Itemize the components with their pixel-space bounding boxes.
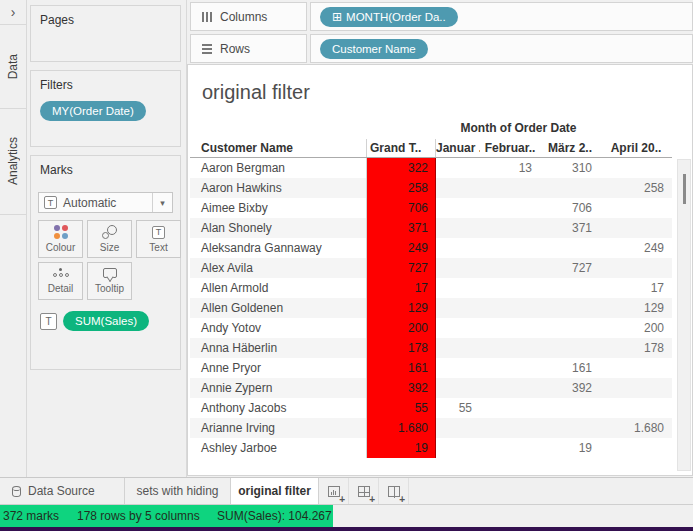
tab-original-filter[interactable]: original filter <box>231 478 319 504</box>
grand-total-cell[interactable]: 19 <box>367 438 436 458</box>
customer-name-cell[interactable]: Allen Goldenen <box>190 298 367 318</box>
sum-sales-pill[interactable]: SUM(Sales) <box>63 311 149 331</box>
grand-total-cell[interactable]: 161 <box>367 358 436 378</box>
column-header-april[interactable]: April 20.. <box>600 139 672 157</box>
vertical-scrollbar[interactable] <box>677 159 691 471</box>
april-cell[interactable] <box>600 438 672 458</box>
january-cell[interactable] <box>436 378 480 398</box>
grand-total-cell[interactable]: 17 <box>367 278 436 298</box>
grand-total-cell[interactable]: 55 <box>367 398 436 418</box>
april-cell[interactable]: 200 <box>600 318 672 338</box>
march-cell[interactable]: 392 <box>540 378 600 398</box>
detail-button[interactable]: Detail <box>38 262 83 300</box>
february-cell[interactable] <box>480 258 540 278</box>
new-story-button[interactable]: + <box>379 478 409 504</box>
grand-total-cell[interactable]: 249 <box>367 238 436 258</box>
april-cell[interactable]: 178 <box>600 338 672 358</box>
month-order-date-pill[interactable]: ⊞ MONTH(Order Da.. <box>320 7 458 27</box>
february-cell[interactable] <box>480 298 540 318</box>
april-cell[interactable]: 129 <box>600 298 672 318</box>
customer-name-cell[interactable]: Ashley Jarboe <box>190 438 367 458</box>
column-header-grand-total[interactable]: Grand T.. <box>367 139 436 157</box>
january-cell[interactable]: 55 <box>436 398 480 418</box>
april-cell[interactable]: 1.680 <box>600 418 672 438</box>
february-cell[interactable] <box>480 198 540 218</box>
scrollbar-thumb[interactable] <box>683 174 686 204</box>
february-cell[interactable] <box>480 338 540 358</box>
february-cell[interactable] <box>480 218 540 238</box>
february-cell[interactable] <box>480 238 540 258</box>
tab-sets-with-hiding[interactable]: sets with hiding <box>125 478 231 504</box>
january-cell[interactable] <box>436 318 480 338</box>
february-cell[interactable] <box>480 398 540 418</box>
customer-name-cell[interactable]: Aaron Hawkins <box>190 178 367 198</box>
february-cell[interactable] <box>480 358 540 378</box>
filters-shelf[interactable]: Filters MY(Order Date) <box>30 70 181 147</box>
grand-total-cell[interactable]: 178 <box>367 338 436 358</box>
january-cell[interactable] <box>436 338 480 358</box>
customer-name-cell[interactable]: Arianne Irving <box>190 418 367 438</box>
customer-name-cell[interactable]: Aimee Bixby <box>190 198 367 218</box>
january-cell[interactable] <box>436 218 480 238</box>
january-cell[interactable] <box>436 198 480 218</box>
column-header-customer-name[interactable]: Customer Name <box>190 139 367 157</box>
grand-total-cell[interactable]: 322 <box>367 158 436 178</box>
dropdown-caret-button[interactable]: ▾ <box>152 193 172 212</box>
february-cell[interactable] <box>480 278 540 298</box>
columns-shelf[interactable]: ⊞ MONTH(Order Da.. <box>310 2 693 31</box>
march-cell[interactable] <box>540 298 600 318</box>
customer-name-cell[interactable]: Anna Häberlin <box>190 338 367 358</box>
grand-total-cell[interactable]: 200 <box>367 318 436 338</box>
march-cell[interactable] <box>540 338 600 358</box>
january-cell[interactable] <box>436 238 480 258</box>
colour-button[interactable]: Colour <box>38 220 83 258</box>
customer-name-pill[interactable]: Customer Name <box>320 39 428 59</box>
january-cell[interactable] <box>436 158 480 178</box>
grand-total-cell[interactable]: 258 <box>367 178 436 198</box>
march-cell[interactable] <box>540 238 600 258</box>
customer-name-cell[interactable]: Aleksandra Gannaway <box>190 238 367 258</box>
march-cell[interactable]: 310 <box>540 158 600 178</box>
customer-name-cell[interactable]: Andy Yotov <box>190 318 367 338</box>
january-cell[interactable] <box>436 298 480 318</box>
collapse-panel-button[interactable]: › <box>0 0 26 25</box>
filter-pill-my-order-date[interactable]: MY(Order Date) <box>40 101 146 121</box>
march-cell[interactable] <box>540 278 600 298</box>
january-cell[interactable] <box>436 358 480 378</box>
march-cell[interactable] <box>540 178 600 198</box>
april-cell[interactable] <box>600 358 672 378</box>
tab-data[interactable]: Data <box>0 25 26 109</box>
april-cell[interactable] <box>600 378 672 398</box>
january-cell[interactable] <box>436 278 480 298</box>
april-cell[interactable]: 249 <box>600 238 672 258</box>
mark-type-dropdown[interactable]: T Automatic ▾ <box>38 192 173 213</box>
february-cell[interactable] <box>480 178 540 198</box>
january-cell[interactable] <box>436 178 480 198</box>
march-cell[interactable]: 727 <box>540 258 600 278</box>
grand-total-cell[interactable]: 706 <box>367 198 436 218</box>
customer-name-cell[interactable]: Anthony Jacobs <box>190 398 367 418</box>
grand-total-cell[interactable]: 371 <box>367 218 436 238</box>
customer-name-cell[interactable]: Alex Avila <box>190 258 367 278</box>
new-worksheet-button[interactable]: + <box>319 478 349 504</box>
april-cell[interactable] <box>600 398 672 418</box>
february-cell[interactable] <box>480 438 540 458</box>
tab-analytics[interactable]: Analytics <box>0 109 26 215</box>
march-cell[interactable]: 371 <box>540 218 600 238</box>
expand-field-icon[interactable]: ⊞ <box>332 11 342 23</box>
february-cell[interactable] <box>480 418 540 438</box>
february-cell[interactable] <box>480 378 540 398</box>
tab-data-source[interactable]: Data Source <box>0 478 125 504</box>
customer-name-cell[interactable]: Alan Shonely <box>190 218 367 238</box>
column-header-february[interactable]: Februar.. <box>480 139 540 157</box>
march-cell[interactable] <box>540 318 600 338</box>
march-cell[interactable] <box>540 398 600 418</box>
grand-total-cell[interactable]: 392 <box>367 378 436 398</box>
rows-shelf[interactable]: Customer Name <box>310 34 693 63</box>
march-cell[interactable] <box>540 418 600 438</box>
tooltip-button[interactable]: Tooltip <box>87 262 132 300</box>
april-cell[interactable]: 17 <box>600 278 672 298</box>
grand-total-cell[interactable]: 727 <box>367 258 436 278</box>
size-button[interactable]: Size <box>87 220 132 258</box>
february-cell[interactable]: 13 <box>480 158 540 178</box>
